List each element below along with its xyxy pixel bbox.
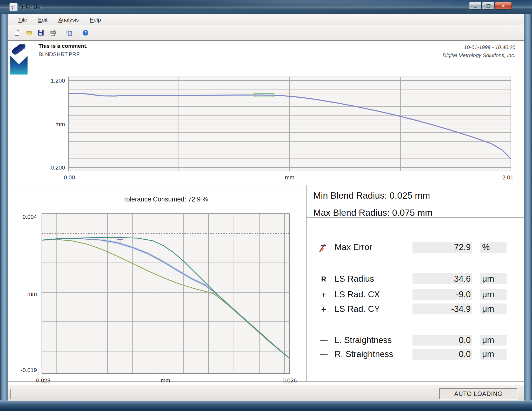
profile-xtick-right: 2.01	[496, 174, 520, 181]
save-icon	[37, 29, 45, 37]
profile-xlabel: mm	[278, 174, 301, 181]
result-label: L. Straightness	[335, 335, 392, 345]
menu-edit[interactable]: Edit	[33, 15, 53, 24]
plus-icon: +	[317, 302, 330, 316]
new-file-icon	[13, 29, 21, 37]
result-row-ls-radius: RLS Radius34.6μm	[307, 272, 524, 286]
result-unit: μm	[480, 335, 507, 346]
profile-comment: This is a comment.	[38, 43, 88, 49]
copy-icon	[65, 29, 73, 37]
result-value: 72.9	[413, 242, 472, 253]
tolerance-ytick-bottom: -0.019	[10, 367, 37, 374]
result-label: LS Rad. CX	[335, 289, 380, 299]
digital-metrology-logo-icon	[10, 44, 29, 76]
result-row-max-error: Max Error72.9%	[307, 241, 524, 254]
tolerance-chart-plot[interactable]	[42, 213, 290, 374]
result-row-r-straightness: R. Straightness0.0μm	[307, 348, 524, 361]
profile-xtick-left: 0.00	[58, 174, 81, 181]
report-area: This is a comment. BLNDSHRT.PRF 10-01-19…	[8, 41, 524, 385]
result-label: LS Rad. CY	[335, 304, 380, 314]
tolerance-xlabel: mm	[155, 377, 176, 384]
result-value: 0.0	[413, 335, 472, 346]
print-button[interactable]	[47, 27, 59, 39]
result-label: R. Straightness	[335, 349, 393, 359]
profile-ytick-top: 1.200	[39, 77, 65, 84]
result-value: -9.0	[413, 289, 472, 300]
app-icon	[9, 3, 18, 11]
svg-text:?: ?	[84, 31, 87, 35]
dash-icon	[317, 348, 330, 361]
result-row-ls-rad-cx: +LS Rad. CX-9.0μm	[307, 288, 524, 301]
copy-button[interactable]	[63, 27, 75, 39]
minimize-icon	[474, 7, 477, 8]
window-title: Blender	[22, 4, 42, 11]
menu-help[interactable]: Help	[84, 15, 106, 24]
tolerance-xtick-right: 0.026	[275, 377, 304, 384]
save-button[interactable]	[35, 27, 47, 39]
window-frame-bottom	[0, 400, 532, 411]
result-row-l-straightness: L. Straightness0.0μm	[307, 334, 524, 347]
tolerance-xtick-left: -0.023	[28, 377, 57, 384]
result-label: Max Error	[335, 242, 372, 252]
plus-icon: +	[317, 288, 330, 301]
window-controls: ×	[469, 2, 512, 9]
tolerance-ytick-top: 0.004	[10, 214, 37, 220]
client-area: FileEditAnalysisHelp	[8, 14, 524, 400]
report-datetime: 10-01-1999 - 10:40:20	[443, 43, 515, 51]
result-value: 34.6	[413, 273, 472, 284]
results-table: Max Error72.9%RLS Radius34.6μm+LS Rad. C…	[307, 185, 524, 381]
open-file-button[interactable]	[23, 27, 35, 39]
window-frame-left	[0, 14, 8, 400]
maximize-icon	[487, 4, 490, 8]
help-button[interactable]: ?	[79, 27, 91, 39]
report-meta: 10-01-1999 - 10:40:20 Digital Metrology …	[443, 43, 515, 59]
result-unit: μm	[480, 273, 507, 284]
window-frame-right	[524, 14, 532, 400]
close-icon: ×	[502, 3, 505, 9]
company-name: Digital Metrology Solutions, Inc.	[443, 51, 515, 59]
result-unit: μm	[480, 289, 507, 300]
tolerance-chart-title: Tolerance Consumed: 72.9 %	[42, 196, 290, 203]
profile-ytick-bottom: 0.200	[39, 164, 65, 171]
result-unit: %	[480, 242, 507, 253]
status-message-field	[10, 389, 434, 399]
profile-ylabel: mm	[39, 121, 65, 128]
maximize-button[interactable]	[482, 2, 495, 10]
print-icon	[49, 29, 57, 37]
menubar: FileEditAnalysisHelp	[8, 14, 524, 25]
content-bottom-divider	[8, 381, 524, 382]
result-unit: μm	[480, 304, 507, 314]
toolbar-separator	[61, 28, 61, 37]
menu-analysis[interactable]: Analysis	[53, 15, 84, 24]
application-window: Blender × FileEditAnalysisHelp	[0, 0, 532, 411]
minimize-button[interactable]	[469, 2, 482, 10]
toolbar-separator	[77, 28, 77, 37]
result-label: LS Radius	[335, 274, 374, 284]
toolbar: ?	[8, 25, 524, 41]
result-value: 0.0	[413, 349, 472, 360]
result-value: -34.9	[413, 304, 472, 314]
profile-chart-plot[interactable]	[68, 77, 511, 171]
titlebar[interactable]: Blender ×	[0, 0, 532, 15]
auto-loading-indicator: AUTO LOADING	[439, 388, 517, 400]
result-unit: μm	[480, 349, 507, 360]
open-folder-icon	[25, 29, 33, 37]
max-error-icon	[317, 241, 330, 254]
radius-r-icon: R	[317, 272, 330, 286]
close-button[interactable]: ×	[495, 2, 512, 10]
dash-icon	[317, 334, 330, 347]
new-file-button[interactable]	[11, 27, 23, 39]
tolerance-ylabel: mm	[10, 291, 37, 297]
result-row-ls-rad-cy: +LS Rad. CY-34.9μm	[307, 302, 524, 316]
statusbar: AUTO LOADING	[8, 385, 524, 401]
menu-file[interactable]: File	[13, 15, 33, 24]
profile-filename: BLNDSHRT.PRF	[38, 51, 79, 57]
help-icon: ?	[82, 29, 89, 37]
